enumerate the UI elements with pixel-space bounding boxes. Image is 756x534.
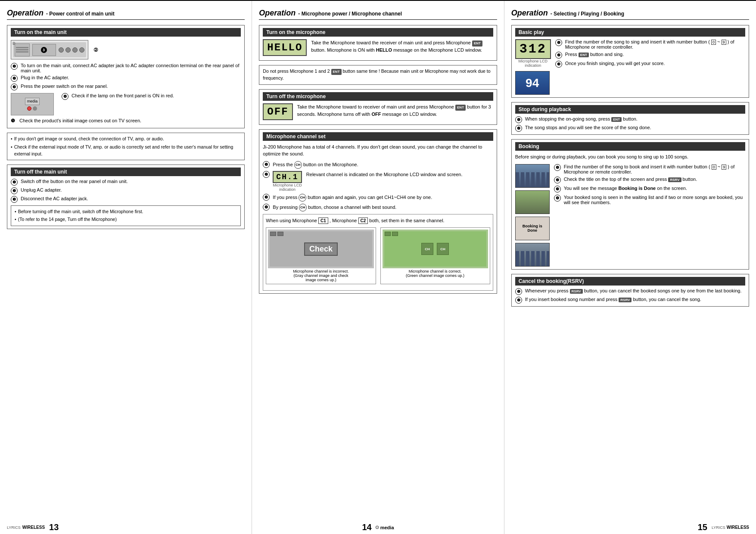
ch-step-3-text: If you press CH button again and again, … bbox=[273, 194, 432, 202]
ch-lcd-box: CH.1 Microphone LCDindication bbox=[273, 171, 302, 192]
footer-page-15: 15 LYRICS WIRELESS bbox=[504, 521, 756, 534]
ch-step-3: ❸ If you press CH button again and again… bbox=[263, 194, 493, 202]
rsrv-btn-1: RSRV bbox=[668, 177, 681, 182]
turn-on-mic-header: Turn on the microphone bbox=[263, 28, 493, 37]
step-5-row: ❺ Check the product's initial image come… bbox=[11, 118, 241, 124]
step-3-text: Press the power switch on the rear panel… bbox=[21, 84, 108, 89]
turn-off-main-section: Turn off the main unit ❶ Switch off the … bbox=[7, 165, 245, 229]
step-4-row: media ❹ Check if the lamp on the front p… bbox=[11, 93, 241, 115]
sp-step-2: ❷ The song stops and you will see the sc… bbox=[515, 125, 745, 132]
step-num-5: ❺ bbox=[11, 118, 18, 124]
mic-channel-header: Microphone channel set bbox=[263, 132, 493, 141]
page14-title: Operation - Microphone power / Microphon… bbox=[259, 9, 497, 20]
bk-step-2: ❷ Check the title on the top of the scre… bbox=[554, 177, 745, 183]
ch-step-2: ❷ CH.1 Microphone LCDindication Relevant… bbox=[263, 171, 493, 192]
bk-step-4-text: Your booked song is seen in the waiting … bbox=[564, 195, 745, 205]
mic-channel-intro: Ji-200 Microphone has a total of 4 chann… bbox=[263, 143, 493, 158]
turn-on-mic-section: Turn on the microphone HELLO Take the Mi… bbox=[259, 25, 497, 61]
score-screen-container: 94 bbox=[515, 71, 551, 95]
basic-play-section: Basic play 312 Microphone LCDindication … bbox=[511, 25, 749, 98]
device-side-text: ② bbox=[12, 41, 16, 46]
booking-done-text: Booking is bbox=[523, 224, 542, 228]
ch-step-num-4: ❹ bbox=[263, 204, 270, 211]
icon-1 bbox=[270, 232, 276, 236]
city-img-3 bbox=[515, 243, 550, 267]
footer-page-14: 14 ⊙ media bbox=[252, 521, 504, 534]
icon-2 bbox=[277, 232, 283, 236]
note-main-on: • If you don't get image or sound, check… bbox=[7, 133, 245, 160]
ch-icon-1: CH bbox=[421, 243, 433, 255]
ch1-lcd: CH.1 bbox=[273, 171, 302, 183]
page-14: Operation - Microphone power / Microphon… bbox=[252, 1, 504, 521]
step-2-text: Plug in the AC adapter. bbox=[21, 75, 69, 80]
turn-off-mic-desc: Take the Microphone toward to receiver o… bbox=[297, 103, 493, 118]
ch-step-2-text: Relevant channel is indicated on the Mic… bbox=[306, 171, 463, 192]
operation-word-15: Operation bbox=[511, 9, 548, 18]
sp-step-1: ❶ When stopping the on-going song, press… bbox=[515, 116, 745, 123]
off-step-num-1: ❶ bbox=[11, 179, 18, 186]
ch-btn-4: CH bbox=[299, 204, 307, 211]
channel-correct-box: CH CH Microphone channel is correct.(Gre… bbox=[380, 227, 490, 284]
ch-step-num-2: ❷ bbox=[263, 171, 270, 178]
bp-step-2: ❷ Press ENT button and sing. bbox=[555, 52, 745, 59]
icon-3 bbox=[385, 232, 391, 236]
mic-on-note-text: Do not press Microphone 1 and 2 ENT butt… bbox=[263, 68, 490, 81]
wrong-icons bbox=[270, 232, 283, 236]
cancel-booking-section: Cancel the booking(RSRV) ❶ Whenever you … bbox=[511, 274, 749, 307]
footer-14-num: 14 bbox=[362, 522, 371, 532]
booking-done-screen: Booking is Done bbox=[515, 217, 550, 240]
turn-off-mic-content: OFF Take the Microphone toward to receiv… bbox=[263, 103, 493, 122]
bp-step-num-2: ❷ bbox=[555, 52, 562, 59]
step-1-text: To turn on the main unit, connect AC ada… bbox=[21, 63, 241, 73]
off-note-1: • Before turning off the main unit, swit… bbox=[15, 208, 237, 215]
score-screen: 94 bbox=[515, 71, 550, 95]
off-step-2-text: Unplug AC adapter. bbox=[21, 187, 62, 192]
footer-13-brand: WIRELESS bbox=[22, 525, 45, 530]
num-range-2: 9 bbox=[722, 40, 726, 45]
bk-step-1: ❶ Find the number of the song to book an… bbox=[554, 164, 745, 174]
note-bullet-1: • If you don't get image or sound, check… bbox=[11, 136, 241, 143]
channel-note-box: When using Microphone C1 , Microphone C2… bbox=[263, 214, 493, 291]
sp-step-1-text: When stopping the on-going song, press E… bbox=[525, 116, 638, 122]
footer-15-spacer: LYRICS bbox=[712, 525, 725, 530]
bk-step-3: ❸ You will see the message Booking is Do… bbox=[554, 186, 745, 192]
operation-subtitle-15: - Selecting / Playing / Booking bbox=[551, 11, 624, 17]
off-step-num-3: ❸ bbox=[11, 196, 18, 203]
correct-screen: CH CH bbox=[384, 231, 486, 267]
bp-step-3: ❸ Once you finish singing, you will get … bbox=[555, 61, 745, 68]
ch-step-num-3: ❸ bbox=[263, 194, 270, 201]
ent-btn-2: ENT bbox=[455, 105, 466, 111]
footer-13-num: 13 bbox=[49, 522, 59, 532]
channel-correct-img: CH CH bbox=[383, 230, 488, 268]
ent-btn-sp: ENT bbox=[611, 117, 622, 122]
cb-step-2: ❷ If you insert booked song number and p… bbox=[515, 297, 745, 304]
main-unit-image: ② 3 bbox=[11, 40, 88, 59]
operation-word-14: Operation bbox=[259, 9, 296, 18]
basic-play-left: 312 Microphone LCDindication 94 bbox=[515, 39, 551, 95]
step-num-4: ❹ bbox=[62, 93, 68, 100]
page15-title: Operation - Selecting / Playing / Bookin… bbox=[511, 9, 749, 20]
cb-step-1: ❶ Whenever you press RSRV button, you ca… bbox=[515, 288, 745, 295]
c1-badge: C1 bbox=[318, 217, 328, 224]
ch-step-1: ❶ Press the CH button on the Microphone. bbox=[263, 161, 493, 169]
bk-step-4: ❹ Your booked song is seen in the waitin… bbox=[554, 195, 745, 205]
check-panel-label: Check bbox=[304, 242, 338, 256]
channel-correct-label: Microphone channel is correct.(Green cha… bbox=[383, 269, 488, 278]
score-value: 94 bbox=[526, 76, 539, 90]
bk-num-2: 9 bbox=[722, 165, 726, 170]
step-2: ❷ Plug in the AC adapter. bbox=[11, 75, 241, 82]
basic-lcd-label: Microphone LCDindication bbox=[515, 59, 551, 68]
channel-note-text: When using Microphone C1 , Microphone C2… bbox=[266, 217, 490, 224]
ch-icon-2: CH bbox=[437, 243, 449, 255]
marker-3: 3 bbox=[41, 47, 47, 53]
bk-step-num-1: ❶ bbox=[554, 164, 561, 171]
bk-step-num-2: ❷ bbox=[554, 177, 561, 183]
footer-13-logo: LYRICS bbox=[7, 525, 21, 530]
bk-step-num-4: ❹ bbox=[554, 195, 561, 202]
booking-content: Booking is Done ❶ Find the number of the… bbox=[515, 164, 745, 267]
off-note-2: • (To refer to the 14 page, Turn off the… bbox=[15, 216, 237, 223]
ch-lcd-label: Microphone LCDindication bbox=[273, 183, 302, 192]
turn-off-mic-section: Turn off the microphone OFF Take the Mic… bbox=[259, 89, 497, 125]
booking-done-text2: Done bbox=[527, 228, 537, 233]
bk-step-1-text: Find the number of the song to book and … bbox=[564, 164, 745, 174]
